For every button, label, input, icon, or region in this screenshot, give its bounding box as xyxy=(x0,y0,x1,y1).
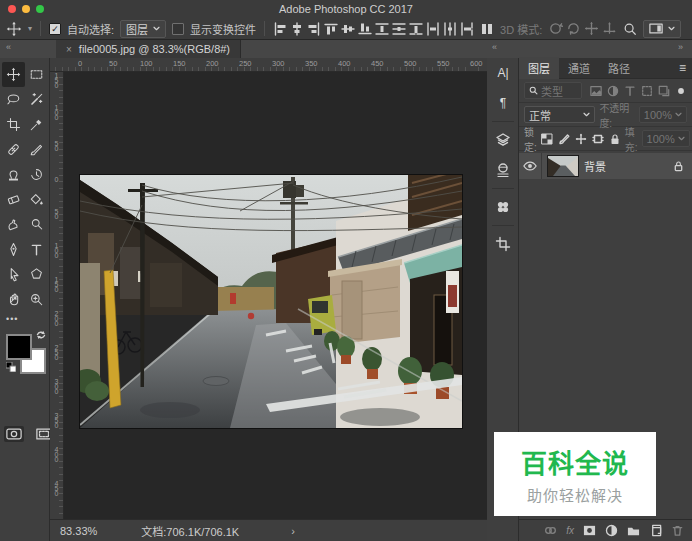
lock-transparent-icon[interactable] xyxy=(541,133,553,145)
panel-collapse-icon[interactable]: » xyxy=(678,42,682,52)
lock-all-icon[interactable] xyxy=(609,133,621,145)
minimize-window-button[interactable] xyxy=(22,5,30,13)
pen-tool[interactable] xyxy=(2,237,25,262)
quick-selection-tool[interactable] xyxy=(25,87,48,112)
new-adjustment-layer-icon[interactable] xyxy=(605,524,618,537)
paragraph-panel-icon[interactable]: ¶ xyxy=(487,88,519,118)
link-layers-icon[interactable] xyxy=(544,524,557,537)
crop-preview-panel-icon[interactable] xyxy=(487,229,519,259)
distribute-right-edges-icon[interactable] xyxy=(460,22,474,36)
add-layer-mask-icon[interactable] xyxy=(583,524,596,537)
tab-paths[interactable]: 路径 xyxy=(599,57,639,79)
marquee-tool[interactable] xyxy=(25,62,48,87)
align-left-edges-icon[interactable] xyxy=(273,22,287,36)
distribute-bottom-edges-icon[interactable] xyxy=(409,22,423,36)
type-tool[interactable] xyxy=(25,237,48,262)
swap-colors-icon[interactable] xyxy=(36,330,46,340)
auto-select-checkbox[interactable]: ✓ xyxy=(49,23,61,35)
3d-pan-icon[interactable] xyxy=(584,21,599,36)
filter-pixel-layers-icon[interactable] xyxy=(590,85,602,97)
healing-brush-tool[interactable] xyxy=(2,137,25,162)
layer-row-background[interactable]: 背景 xyxy=(519,153,692,179)
align-bottom-edges-icon[interactable] xyxy=(358,22,372,36)
hand-tool[interactable] xyxy=(2,287,25,312)
adjustments-panel-icon[interactable] xyxy=(487,155,519,185)
brush-tool[interactable] xyxy=(25,137,48,162)
blend-mode-row: 正常 不透明度: 100% xyxy=(519,103,692,127)
tab-layers[interactable]: 图层 xyxy=(519,57,559,79)
auto-select-dropdown[interactable]: 图层 xyxy=(120,20,166,38)
distribute-top-edges-icon[interactable] xyxy=(375,22,389,36)
distribute-spacing-icon[interactable] xyxy=(480,22,494,36)
move-tool[interactable] xyxy=(2,62,25,87)
blend-mode-dropdown[interactable]: 正常 xyxy=(524,106,595,123)
tab-channels[interactable]: 通道 xyxy=(559,57,599,79)
history-brush-tool[interactable] xyxy=(25,162,48,187)
align-vertical-centers-icon[interactable] xyxy=(341,22,355,36)
eraser-tool[interactable] xyxy=(2,187,25,212)
zoom-window-button[interactable] xyxy=(36,5,44,13)
workspace-switcher[interactable] xyxy=(643,20,681,38)
align-top-edges-icon[interactable] xyxy=(324,22,338,36)
dock-collapse-icon[interactable]: « xyxy=(492,42,496,52)
auto-select-label: 自动选择: xyxy=(67,21,114,37)
edit-toolbar-button[interactable]: ••• xyxy=(6,314,18,324)
show-transform-checkbox[interactable] xyxy=(172,23,184,35)
layer-comps-panel-icon[interactable] xyxy=(487,125,519,155)
chevron-down-icon xyxy=(675,112,682,117)
zoom-level-field[interactable]: 83.33% xyxy=(58,524,103,538)
opacity-field[interactable]: 100% xyxy=(639,106,687,123)
canvas-area[interactable] xyxy=(64,72,487,519)
new-layer-icon[interactable] xyxy=(649,524,662,537)
delete-layer-icon[interactable] xyxy=(671,524,684,537)
smudge-tool[interactable] xyxy=(2,212,25,237)
3d-slide-icon[interactable] xyxy=(602,21,617,36)
clone-stamp-tool[interactable] xyxy=(2,162,25,187)
default-colors-icon[interactable] xyxy=(6,362,16,372)
eyedropper-tool[interactable] xyxy=(25,112,48,137)
distribute-left-edges-icon[interactable] xyxy=(426,22,440,36)
new-group-icon[interactable] xyxy=(627,524,640,537)
tab-close-icon[interactable]: × xyxy=(66,44,72,55)
distribute-horizontal-centers-icon[interactable] xyxy=(443,22,457,36)
shape-tool[interactable] xyxy=(25,262,48,287)
toolbar-collapse-icon[interactable]: « xyxy=(6,42,10,52)
filter-toggle-icon[interactable] xyxy=(675,85,687,97)
filter-type-dropdown[interactable]: 类型 xyxy=(524,82,582,99)
lock-position-icon[interactable] xyxy=(575,133,587,145)
path-selection-tool[interactable] xyxy=(2,262,25,287)
3d-orbit-icon[interactable] xyxy=(548,21,563,36)
search-icon[interactable] xyxy=(623,22,637,36)
document-tab[interactable]: × file0005.jpg @ 83.3%(RGB/8#) xyxy=(56,40,241,58)
panel-menu-icon[interactable]: ≡ xyxy=(679,61,686,75)
layer-style-icon[interactable]: fx xyxy=(566,525,574,536)
gradient-tool[interactable] xyxy=(25,187,48,212)
lock-pixels-icon[interactable] xyxy=(558,133,570,145)
foreground-color-swatch[interactable] xyxy=(6,334,32,360)
lock-label: 锁定: xyxy=(524,124,537,154)
align-right-edges-icon[interactable] xyxy=(307,22,321,36)
filter-type-layers-icon[interactable] xyxy=(624,85,636,97)
crop-tool[interactable] xyxy=(2,112,25,137)
align-horizontal-centers-icon[interactable] xyxy=(290,22,304,36)
filter-shape-layers-icon[interactable] xyxy=(641,85,653,97)
dodge-tool[interactable] xyxy=(25,212,48,237)
zoom-tool[interactable] xyxy=(25,287,48,312)
filter-smart-objects-icon[interactable] xyxy=(658,85,670,97)
layer-visibility-toggle[interactable] xyxy=(519,153,542,179)
color-swatches xyxy=(6,330,46,374)
document-image[interactable] xyxy=(80,175,462,428)
libraries-panel-icon[interactable] xyxy=(487,192,519,222)
lasso-tool[interactable] xyxy=(2,87,25,112)
fill-field[interactable]: 100% xyxy=(642,130,690,147)
distribute-vertical-centers-icon[interactable] xyxy=(392,22,406,36)
close-window-button[interactable] xyxy=(8,5,16,13)
3d-roll-icon[interactable] xyxy=(566,21,581,36)
lock-artboard-icon[interactable] xyxy=(592,133,604,145)
filter-adjustment-layers-icon[interactable] xyxy=(607,85,619,97)
status-options-chevron-icon[interactable]: › xyxy=(291,525,295,537)
quick-mask-button[interactable] xyxy=(4,426,24,442)
tool-preset-chevron-icon[interactable]: ▾ xyxy=(28,24,32,33)
layer-thumbnail[interactable] xyxy=(548,156,578,176)
character-panel-icon[interactable]: A| xyxy=(487,58,519,88)
